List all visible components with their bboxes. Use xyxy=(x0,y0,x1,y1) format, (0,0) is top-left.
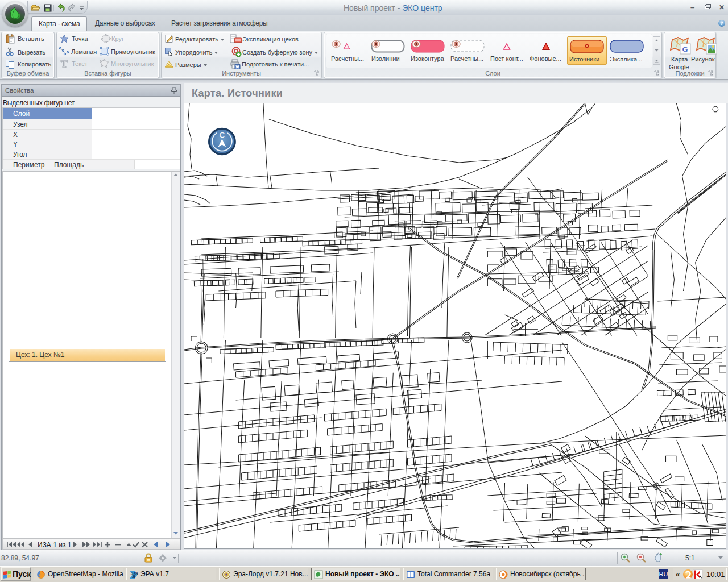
svg-text:С: С xyxy=(220,131,225,139)
svg-text:В: В xyxy=(131,573,135,579)
svg-text:G: G xyxy=(682,45,688,53)
